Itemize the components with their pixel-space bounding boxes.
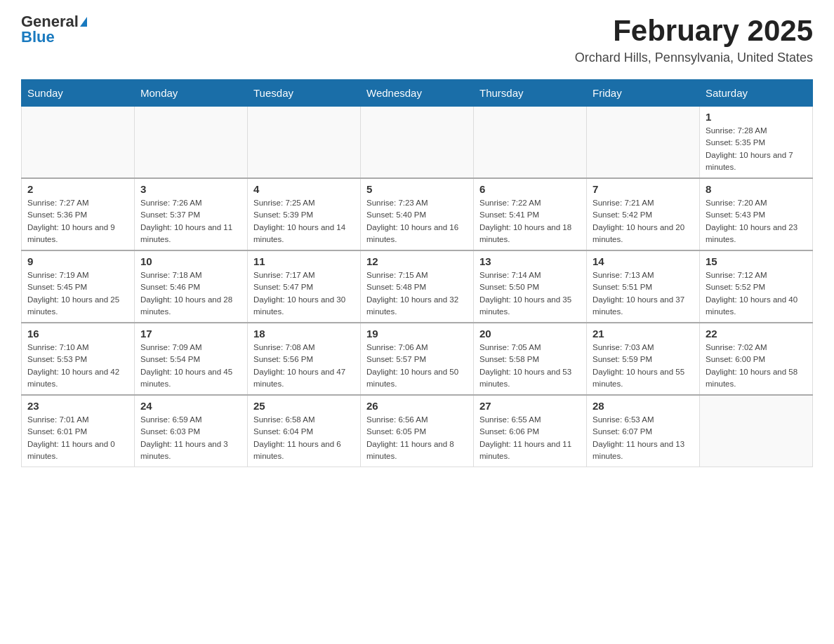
logo: General Blue	[21, 14, 87, 45]
calendar-day-cell: 28Sunrise: 6:53 AMSunset: 6:07 PMDayligh…	[587, 395, 700, 467]
calendar-day-cell: 21Sunrise: 7:03 AMSunset: 5:59 PMDayligh…	[587, 323, 700, 395]
calendar-day-cell	[361, 107, 474, 179]
calendar-header-tuesday: Tuesday	[248, 80, 361, 107]
day-number: 15	[706, 255, 807, 267]
day-info: Sunrise: 7:21 AMSunset: 5:42 PMDaylight:…	[593, 197, 694, 246]
calendar-day-cell: 8Sunrise: 7:20 AMSunset: 5:43 PMDaylight…	[700, 178, 813, 250]
calendar-day-cell	[135, 107, 248, 179]
day-info: Sunrise: 7:06 AMSunset: 5:57 PMDaylight:…	[366, 342, 468, 390]
day-number: 9	[27, 255, 128, 267]
day-number: 7	[593, 183, 694, 195]
calendar-day-cell	[587, 107, 700, 179]
day-info: Sunrise: 6:53 AMSunset: 6:07 PMDaylight:…	[593, 414, 694, 462]
calendar-day-cell: 27Sunrise: 6:55 AMSunset: 6:06 PMDayligh…	[474, 395, 587, 467]
day-number: 16	[27, 328, 128, 340]
day-info: Sunrise: 6:55 AMSunset: 6:06 PMDaylight:…	[479, 414, 581, 462]
calendar-day-cell: 18Sunrise: 7:08 AMSunset: 5:56 PMDayligh…	[248, 323, 361, 395]
day-number: 8	[706, 183, 807, 195]
logo-general-text: General	[21, 14, 79, 29]
day-number: 10	[140, 255, 241, 267]
calendar-week-row: 23Sunrise: 7:01 AMSunset: 6:01 PMDayligh…	[22, 395, 813, 467]
day-info: Sunrise: 7:25 AMSunset: 5:39 PMDaylight:…	[253, 197, 355, 246]
day-info: Sunrise: 7:27 AMSunset: 5:36 PMDaylight:…	[27, 197, 128, 246]
calendar-day-cell: 3Sunrise: 7:26 AMSunset: 5:37 PMDaylight…	[135, 178, 248, 250]
calendar-week-row: 2Sunrise: 7:27 AMSunset: 5:36 PMDaylight…	[22, 178, 813, 250]
day-number: 24	[140, 400, 241, 412]
calendar-day-cell: 9Sunrise: 7:19 AMSunset: 5:45 PMDaylight…	[22, 250, 135, 323]
day-info: Sunrise: 7:22 AMSunset: 5:41 PMDaylight:…	[479, 197, 581, 246]
calendar-day-cell: 26Sunrise: 6:56 AMSunset: 6:05 PMDayligh…	[361, 395, 474, 467]
day-number: 4	[253, 183, 355, 195]
location-title: Orchard Hills, Pennsylvania, United Stat…	[575, 51, 813, 65]
title-section: February 2025 Orchard Hills, Pennsylvani…	[575, 14, 813, 65]
calendar-header-wednesday: Wednesday	[361, 80, 474, 107]
calendar-day-cell	[22, 107, 135, 179]
calendar-day-cell: 25Sunrise: 6:58 AMSunset: 6:04 PMDayligh…	[248, 395, 361, 467]
calendar-header-row: SundayMondayTuesdayWednesdayThursdayFrid…	[22, 80, 813, 107]
day-info: Sunrise: 6:59 AMSunset: 6:03 PMDaylight:…	[140, 414, 241, 462]
day-info: Sunrise: 7:03 AMSunset: 5:59 PMDaylight:…	[593, 342, 694, 390]
calendar-day-cell: 2Sunrise: 7:27 AMSunset: 5:36 PMDaylight…	[22, 178, 135, 250]
day-info: Sunrise: 7:18 AMSunset: 5:46 PMDaylight:…	[140, 269, 241, 318]
day-number: 5	[366, 183, 468, 195]
calendar-header-saturday: Saturday	[700, 80, 813, 107]
calendar-day-cell: 1Sunrise: 7:28 AMSunset: 5:35 PMDaylight…	[700, 107, 813, 179]
day-number: 14	[593, 255, 694, 267]
logo-triangle-icon	[80, 17, 87, 27]
day-number: 22	[706, 328, 807, 340]
calendar-week-row: 16Sunrise: 7:10 AMSunset: 5:53 PMDayligh…	[22, 323, 813, 395]
calendar-day-cell	[248, 107, 361, 179]
calendar-day-cell: 24Sunrise: 6:59 AMSunset: 6:03 PMDayligh…	[135, 395, 248, 467]
calendar-week-row: 1Sunrise: 7:28 AMSunset: 5:35 PMDaylight…	[22, 107, 813, 179]
calendar-day-cell	[700, 395, 813, 467]
day-number: 21	[593, 328, 694, 340]
calendar-day-cell: 19Sunrise: 7:06 AMSunset: 5:57 PMDayligh…	[361, 323, 474, 395]
day-number: 12	[366, 255, 468, 267]
calendar-day-cell: 4Sunrise: 7:25 AMSunset: 5:39 PMDaylight…	[248, 178, 361, 250]
calendar-day-cell: 23Sunrise: 7:01 AMSunset: 6:01 PMDayligh…	[22, 395, 135, 467]
calendar-day-cell: 6Sunrise: 7:22 AMSunset: 5:41 PMDaylight…	[474, 178, 587, 250]
month-title: February 2025	[575, 14, 813, 48]
calendar-day-cell: 14Sunrise: 7:13 AMSunset: 5:51 PMDayligh…	[587, 250, 700, 323]
day-number: 6	[479, 183, 581, 195]
calendar-header-thursday: Thursday	[474, 80, 587, 107]
day-info: Sunrise: 7:12 AMSunset: 5:52 PMDaylight:…	[706, 269, 807, 318]
logo-blue-text: Blue	[21, 29, 55, 45]
day-info: Sunrise: 7:14 AMSunset: 5:50 PMDaylight:…	[479, 269, 581, 318]
day-info: Sunrise: 7:10 AMSunset: 5:53 PMDaylight:…	[27, 342, 128, 390]
calendar-header-friday: Friday	[587, 80, 700, 107]
calendar-table: SundayMondayTuesdayWednesdayThursdayFrid…	[21, 79, 813, 467]
calendar-day-cell: 22Sunrise: 7:02 AMSunset: 6:00 PMDayligh…	[700, 323, 813, 395]
day-info: Sunrise: 7:20 AMSunset: 5:43 PMDaylight:…	[706, 197, 807, 246]
calendar-week-row: 9Sunrise: 7:19 AMSunset: 5:45 PMDaylight…	[22, 250, 813, 323]
day-info: Sunrise: 7:28 AMSunset: 5:35 PMDaylight:…	[706, 125, 807, 173]
day-number: 28	[593, 400, 694, 412]
calendar-day-cell: 13Sunrise: 7:14 AMSunset: 5:50 PMDayligh…	[474, 250, 587, 323]
page-header: General Blue February 2025 Orchard Hills…	[21, 14, 813, 65]
day-number: 27	[479, 400, 581, 412]
calendar-day-cell: 17Sunrise: 7:09 AMSunset: 5:54 PMDayligh…	[135, 323, 248, 395]
calendar-day-cell: 10Sunrise: 7:18 AMSunset: 5:46 PMDayligh…	[135, 250, 248, 323]
day-info: Sunrise: 7:09 AMSunset: 5:54 PMDaylight:…	[140, 342, 241, 390]
calendar-day-cell	[474, 107, 587, 179]
day-number: 18	[253, 328, 355, 340]
calendar-day-cell: 20Sunrise: 7:05 AMSunset: 5:58 PMDayligh…	[474, 323, 587, 395]
day-number: 20	[479, 328, 581, 340]
day-number: 2	[27, 183, 128, 195]
day-info: Sunrise: 7:08 AMSunset: 5:56 PMDaylight:…	[253, 342, 355, 390]
day-info: Sunrise: 6:56 AMSunset: 6:05 PMDaylight:…	[366, 414, 468, 462]
calendar-header-sunday: Sunday	[22, 80, 135, 107]
day-info: Sunrise: 7:17 AMSunset: 5:47 PMDaylight:…	[253, 269, 355, 318]
day-number: 3	[140, 183, 241, 195]
calendar-day-cell: 11Sunrise: 7:17 AMSunset: 5:47 PMDayligh…	[248, 250, 361, 323]
day-info: Sunrise: 7:26 AMSunset: 5:37 PMDaylight:…	[140, 197, 241, 246]
day-info: Sunrise: 7:15 AMSunset: 5:48 PMDaylight:…	[366, 269, 468, 318]
day-info: Sunrise: 7:13 AMSunset: 5:51 PMDaylight:…	[593, 269, 694, 318]
day-number: 13	[479, 255, 581, 267]
day-info: Sunrise: 7:05 AMSunset: 5:58 PMDaylight:…	[479, 342, 581, 390]
calendar-day-cell: 16Sunrise: 7:10 AMSunset: 5:53 PMDayligh…	[22, 323, 135, 395]
day-number: 11	[253, 255, 355, 267]
day-number: 17	[140, 328, 241, 340]
day-number: 25	[253, 400, 355, 412]
day-number: 19	[366, 328, 468, 340]
